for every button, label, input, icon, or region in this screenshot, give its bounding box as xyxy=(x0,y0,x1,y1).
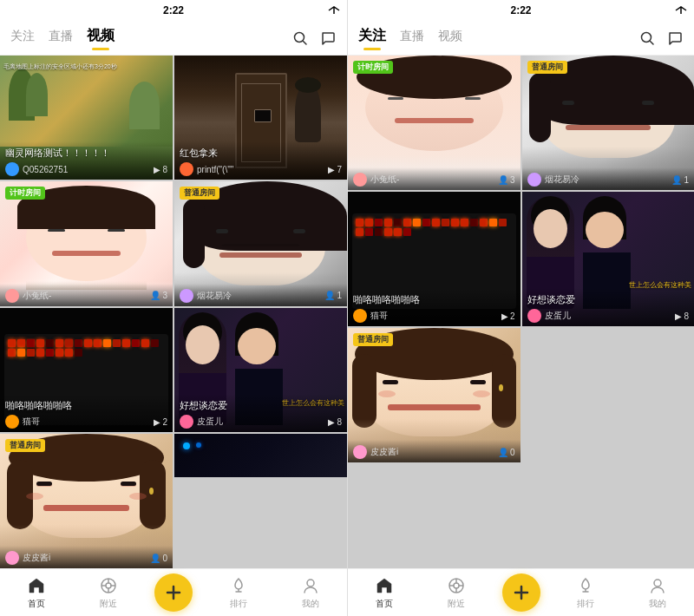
nav-nearby-label-left: 附近 xyxy=(100,598,117,610)
message-icon-right[interactable] xyxy=(666,29,684,47)
signal-left xyxy=(328,6,340,15)
video-card-2[interactable]: 红包拿来 printf("(\"" ▶ 7 xyxy=(174,56,347,180)
nav-icons-right xyxy=(638,29,684,47)
video-card-5[interactable]: 啪咯啪咯啪啪咯 猫哥 ▶ 2 xyxy=(0,308,173,432)
video-count-1: ▶ 8 xyxy=(154,165,167,174)
search-icon-right[interactable] xyxy=(638,29,656,47)
author-name-7: 皮皮酱i xyxy=(23,552,50,564)
rva-3: 猫哥 xyxy=(353,309,388,323)
bottom-nav-left: 首页 附近 xyxy=(0,568,347,616)
home-icon-left xyxy=(26,575,47,596)
center-button-left[interactable] xyxy=(154,573,193,612)
video-card-1[interactable]: 毛离地图上标注的安全区域小还有3分20秒 幽灵网络测试！！！！！ Q052627… xyxy=(0,56,173,180)
tab-video-right[interactable]: 视频 xyxy=(438,29,462,48)
author-name-6: 皮蛋儿 xyxy=(197,416,223,428)
video-count-6: ▶ 8 xyxy=(328,417,342,427)
tab-follow-left[interactable]: 关注 xyxy=(10,29,35,48)
nearby-icon-left xyxy=(98,575,119,596)
nav-home-left[interactable]: 首页 xyxy=(0,575,72,610)
status-bar-right: 2:22 xyxy=(348,0,694,21)
rvc-2[interactable]: 普通房间 烟花易冷 👤1 xyxy=(522,56,695,190)
rvi-5: 皮皮酱i 👤0 xyxy=(348,440,520,462)
center-button-right[interactable] xyxy=(502,573,540,612)
rtag-1: 计时房间 xyxy=(353,61,393,74)
nav-rank-right[interactable]: 排行 xyxy=(550,575,622,610)
rvc-4[interactable]: 世上怎么会有这种美 好想谈恋爱 皮蛋儿 ▶8 xyxy=(522,192,695,326)
video-card-6[interactable]: 世上怎么会有这种美 好想谈恋爱 皮蛋儿 ▶ 8 xyxy=(174,308,347,432)
avatar-2 xyxy=(180,162,193,176)
ran-2: 烟花易冷 xyxy=(545,174,579,186)
message-icon-left[interactable] xyxy=(319,29,337,47)
svg-point-0 xyxy=(295,32,304,42)
video-info-4: 烟花易冷 👤 1 xyxy=(174,284,347,306)
rvc-1[interactable]: 计时房间 小兔纸- 👤3 xyxy=(348,56,520,190)
rank-icon-left xyxy=(228,575,249,596)
video-card-4[interactable]: 普通房间 烟花易冷 👤 1 xyxy=(174,181,347,305)
video-info-1: 幽灵网络测试！！！！！ Q05262751 ▶ 8 xyxy=(0,141,173,180)
nav-rank-label-right: 排行 xyxy=(577,598,594,610)
avatar-5 xyxy=(5,415,19,429)
video-author-4: 烟花易冷 xyxy=(180,289,232,303)
rcount-3: ▶2 xyxy=(501,311,515,321)
rvc-3[interactable]: 啪咯啪咯啪啪咯 猫哥 ▶2 xyxy=(348,192,520,326)
rvc-5[interactable]: 普通房间 皮皮酱i 👤0 xyxy=(348,328,520,462)
nav-home-right[interactable]: 首页 xyxy=(348,575,420,610)
nav-nearby-label-right: 附近 xyxy=(448,598,465,610)
nav-profile-right[interactable]: 我的 xyxy=(622,575,694,610)
tab-live-left[interactable]: 直播 xyxy=(49,29,73,48)
svg-line-1 xyxy=(304,41,307,44)
bottom-nav-right: 首页 附近 xyxy=(348,568,694,616)
video-title-1: 幽灵网络测试！！！！！ xyxy=(5,147,167,159)
rvm-3: 猫哥 ▶2 xyxy=(353,309,515,323)
rva-2: 烟花易冷 xyxy=(527,173,579,187)
search-icon-left[interactable] xyxy=(291,29,309,47)
video-card-7[interactable]: 普通房间 皮皮酱i 👤 0 xyxy=(0,434,173,568)
nav-rank-left[interactable]: 排行 xyxy=(202,575,274,610)
rcount-2: 👤1 xyxy=(671,175,689,185)
nav-tabs-left: 关注 直播 视频 xyxy=(0,21,347,56)
video-count-2: ▶ 7 xyxy=(328,165,342,174)
tab-video-left[interactable]: 视频 xyxy=(87,27,115,49)
ran-4: 皮蛋儿 xyxy=(545,310,571,322)
time-left: 2:22 xyxy=(163,4,184,16)
video-author-7: 皮皮酱i xyxy=(5,551,50,565)
tab-follow-right[interactable]: 关注 xyxy=(358,27,386,49)
video-count-5: ▶ 2 xyxy=(154,417,167,427)
nav-profile-left[interactable]: 我的 xyxy=(275,575,347,610)
rvm-5: 皮皮酱i 👤0 xyxy=(353,445,515,459)
svg-line-14 xyxy=(651,41,654,44)
video-author-1: Q05262751 xyxy=(5,162,68,176)
video-card-3[interactable]: 计时房间 小兔纸- 👤 3 xyxy=(0,181,173,305)
rva-5: 皮皮酱i xyxy=(353,445,398,459)
rcount-4: ▶8 xyxy=(675,311,689,321)
home-icon-right xyxy=(374,575,395,596)
video-info-7: 皮皮酱i 👤 0 xyxy=(0,546,173,568)
rvi-3: 啪咯啪咯啪啪咯 猫哥 ▶2 xyxy=(348,288,520,326)
rtag-5: 普通房间 xyxy=(353,333,393,346)
ran-1: 小兔纸- xyxy=(370,174,399,186)
time-right: 2:22 xyxy=(510,4,531,16)
status-bar-left: 2:22 xyxy=(0,0,347,21)
nav-center-right[interactable] xyxy=(492,573,550,612)
profile-icon-right xyxy=(647,575,668,596)
video-info-2: 红包拿来 printf("(\"" ▶ 7 xyxy=(174,141,347,180)
nav-profile-label-right: 我的 xyxy=(649,598,666,610)
video-count-4: 👤 1 xyxy=(324,291,342,300)
video-card-8[interactable] xyxy=(174,434,347,477)
left-phone: 2:22 关注 直播 视频 xyxy=(0,0,347,616)
video-meta-6: 皮蛋儿 ▶ 8 xyxy=(180,415,342,429)
tag-badge-4: 普通房间 xyxy=(180,187,219,200)
nav-nearby-left[interactable]: 附近 xyxy=(72,575,144,610)
nav-center-left[interactable] xyxy=(145,573,203,612)
rva-1: 小兔纸- xyxy=(353,173,399,187)
ravatar-1 xyxy=(353,173,367,187)
nav-home-label-left: 首页 xyxy=(28,598,45,610)
nav-nearby-right[interactable]: 附近 xyxy=(420,575,492,610)
avatar-3 xyxy=(5,289,19,303)
video-meta-3: 小兔纸- 👤 3 xyxy=(5,289,167,303)
tab-live-right[interactable]: 直播 xyxy=(400,29,424,48)
tag-badge-3: 计时房间 xyxy=(5,187,45,200)
ravatar-4 xyxy=(527,309,541,323)
avatar-1 xyxy=(5,162,19,176)
video-meta-7: 皮皮酱i 👤 0 xyxy=(5,551,167,565)
